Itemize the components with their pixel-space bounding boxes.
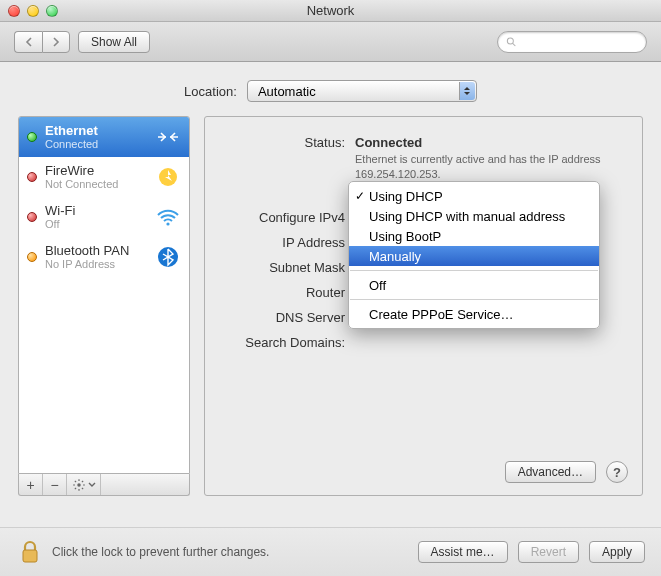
svg-point-5 xyxy=(77,483,81,487)
firewire-icon xyxy=(155,164,181,190)
svg-rect-14 xyxy=(23,550,37,562)
bluetooth-icon xyxy=(155,244,181,270)
interface-status: Connected xyxy=(45,138,147,150)
status-dot xyxy=(27,132,37,142)
status-label: Status: xyxy=(225,135,355,182)
lock-text: Click the lock to prevent further change… xyxy=(52,545,410,559)
search-domains-label: Search Domains: xyxy=(225,335,355,350)
subnet-mask-label: Subnet Mask xyxy=(225,260,355,275)
search-input[interactable] xyxy=(521,35,638,49)
updown-icon xyxy=(459,82,475,100)
interface-name: Ethernet xyxy=(45,124,147,138)
location-label: Location: xyxy=(184,84,237,99)
status-dot xyxy=(27,212,37,222)
lock-row: Click the lock to prevent further change… xyxy=(0,527,661,576)
sidebar-item-wi-fi[interactable]: Wi-FiOff xyxy=(19,197,189,237)
location-value: Automatic xyxy=(258,84,316,99)
svg-line-13 xyxy=(81,480,82,481)
advanced-button[interactable]: Advanced… xyxy=(505,461,596,483)
menu-item-using-dhcp-with-manual-address[interactable]: Using DHCP with manual address xyxy=(349,206,599,226)
apply-button[interactable]: Apply xyxy=(589,541,645,563)
interface-status: Not Connected xyxy=(45,178,147,190)
remove-interface-button[interactable]: − xyxy=(43,474,67,495)
detail-panel: Status: Connected Ethernet is currently … xyxy=(204,116,643,496)
search-icon xyxy=(506,36,517,48)
status-dot xyxy=(27,252,37,262)
sidebar: EthernetConnectedFireWireNot ConnectedWi… xyxy=(18,116,190,496)
assist-me-button[interactable]: Assist me… xyxy=(418,541,508,563)
forward-button[interactable] xyxy=(42,31,70,53)
sidebar-item-firewire[interactable]: FireWireNot Connected xyxy=(19,157,189,197)
revert-button[interactable]: Revert xyxy=(518,541,579,563)
svg-line-11 xyxy=(81,487,82,488)
menu-separator xyxy=(350,270,598,271)
location-select[interactable]: Automatic xyxy=(247,80,477,102)
toolbar: Show All xyxy=(0,22,661,62)
sidebar-item-bluetooth-pan[interactable]: Bluetooth PANNo IP Address xyxy=(19,237,189,277)
menu-item-using-dhcp[interactable]: Using DHCP xyxy=(349,186,599,206)
wifi-icon xyxy=(155,204,181,230)
status-description: Ethernet is currently active and has the… xyxy=(355,152,622,182)
search-field[interactable] xyxy=(497,31,647,53)
interface-status: Off xyxy=(45,218,147,230)
status-dot xyxy=(27,172,37,182)
status-value: Connected xyxy=(355,135,622,150)
help-button[interactable]: ? xyxy=(606,461,628,483)
svg-point-0 xyxy=(507,37,513,43)
configure-ipv4-menu[interactable]: Using DHCPUsing DHCP with manual address… xyxy=(348,181,600,329)
dns-server-label: DNS Server xyxy=(225,310,355,325)
action-menu-button[interactable] xyxy=(67,474,101,495)
sidebar-item-ethernet[interactable]: EthernetConnected xyxy=(19,117,189,157)
menu-item-create-pppoe-service[interactable]: Create PPPoE Service… xyxy=(349,304,599,324)
interface-name: Bluetooth PAN xyxy=(45,244,147,258)
window-title: Network xyxy=(0,3,661,18)
svg-point-3 xyxy=(166,222,169,225)
add-interface-button[interactable]: + xyxy=(19,474,43,495)
interface-name: Wi-Fi xyxy=(45,204,147,218)
svg-line-10 xyxy=(74,480,75,481)
ethernet-icon xyxy=(155,124,181,150)
interface-list: EthernetConnectedFireWireNot ConnectedWi… xyxy=(18,116,190,474)
lock-icon[interactable] xyxy=(16,538,44,566)
nav-buttons xyxy=(14,31,70,53)
menu-item-using-bootp[interactable]: Using BootP xyxy=(349,226,599,246)
location-row: Location: Automatic xyxy=(0,62,661,116)
sidebar-footer: + − xyxy=(18,474,190,496)
show-all-button[interactable]: Show All xyxy=(78,31,150,53)
back-button[interactable] xyxy=(14,31,42,53)
menu-item-off[interactable]: Off xyxy=(349,275,599,295)
ip-address-label: IP Address xyxy=(225,235,355,250)
chevron-down-icon xyxy=(88,482,96,488)
interface-name: FireWire xyxy=(45,164,147,178)
interface-status: No IP Address xyxy=(45,258,147,270)
router-label: Router xyxy=(225,285,355,300)
titlebar: Network xyxy=(0,0,661,22)
configure-ipv4-label: Configure IPv4 xyxy=(225,210,355,225)
menu-separator xyxy=(350,299,598,300)
menu-item-manually[interactable]: Manually xyxy=(349,246,599,266)
gear-icon xyxy=(72,478,86,492)
svg-line-12 xyxy=(74,487,75,488)
svg-line-1 xyxy=(513,43,516,46)
